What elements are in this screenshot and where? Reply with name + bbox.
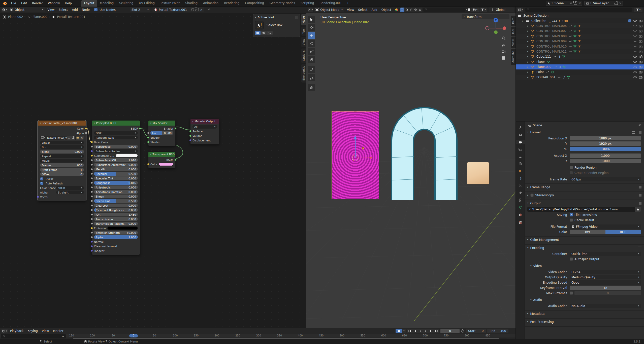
play-button[interactable] [423,329,428,333]
node-param-row[interactable]: Tangent [94,249,138,253]
outliner-row[interactable]: ▸ Collection 112 4 [516,18,644,23]
drag-dots-icon[interactable] [295,16,298,19]
input-socket[interactable] [91,186,93,188]
collapse-icon[interactable]: ▸ [527,313,529,315]
render-disabled-icon[interactable] [639,40,642,43]
close-icon[interactable]: × [619,2,622,5]
input-socket[interactable] [91,209,93,211]
render-region-checkbox[interactable] [570,166,573,169]
node-param-row[interactable]: Surface [192,129,217,133]
node-param-row[interactable]: Start Frame 1 [40,168,84,172]
new-scene-icon[interactable] [574,2,577,5]
expand-arrow-icon[interactable]: ▸ [522,20,525,22]
blender-logo-icon[interactable] [2,1,7,5]
input-socket[interactable] [91,191,93,193]
file-extensions-checkbox[interactable] [570,213,573,216]
use-nodes-checkbox[interactable] [94,8,98,11]
node-param-row[interactable]: Volume [192,134,217,138]
video-subpanel-header[interactable]: ▾Video [525,263,644,269]
tab-tool[interactable] [516,125,525,130]
workspace-tab[interactable]: Texture Paint [157,0,182,7]
node-param-row[interactable]: Anisotropic Rotation 0.000 [94,190,138,194]
outliner-row[interactable]: ▸ PORTAIL.001 [516,75,644,80]
node-param-row[interactable]: Fac 0.500 [150,131,173,135]
outliner-row[interactable]: ▸ CONTROL MAIN.007 [516,28,644,33]
tab-texture[interactable] [516,220,525,224]
node-param-row[interactable]: Subsurface IOR 1.010 [94,158,138,162]
editor-menu-item[interactable]: Keying [26,328,40,333]
tab-particles[interactable] [516,183,525,188]
viewport-search-input[interactable] [423,8,466,12]
node-param-row[interactable]: Displacement [192,138,217,142]
node-param-row[interactable]: Emission [94,226,138,230]
pin-icon[interactable] [569,2,573,5]
frame-range-header[interactable]: ▸Frame Range [525,184,644,190]
node-param-row[interactable]: Roughness 0.816 [94,181,138,185]
render-disabled-icon[interactable] [639,50,642,53]
annotation-bookmark-icon[interactable] [468,8,470,12]
node-header[interactable]: ▾Material Output [190,119,219,124]
editor-menu-item[interactable]: View [45,7,56,12]
max-bframes-checkbox[interactable] [570,291,573,295]
timeline-search-input[interactable]: ↔ [1,334,66,338]
input-socket[interactable] [147,132,149,134]
input-socket[interactable] [91,204,93,207]
expand-arrow-icon[interactable]: ▸ [527,50,530,53]
node-socket-row[interactable]: Color [40,127,84,130]
workspace-tab[interactable]: Rendering.001 [317,0,344,7]
node-param-row[interactable]: Box ▾ [40,145,84,149]
material-id-block[interactable]: Portail Texture.001 × [152,7,204,12]
keyframe-interval-field[interactable]: 18 [570,286,641,290]
tab-material[interactable] [516,213,525,217]
select-mode-subtract-button[interactable] [267,31,273,35]
editor-menu-item[interactable]: View [40,328,51,333]
input-socket[interactable] [91,250,93,252]
viewport-3d[interactable]: ▾ Object Mode ▾ ViewSelectAddObject ▾ ▾ [306,7,516,328]
node-param-row[interactable]: Subsurface Anisotropy 0.000 [94,163,138,167]
workspace-tab[interactable]: Shading [182,0,200,7]
render-disabled-icon[interactable] [639,45,642,48]
outliner-item-name[interactable]: Plane [536,60,545,64]
node-param-row[interactable]: Blend 0.000 [40,150,84,154]
container-dropdown[interactable]: QuickTime▾ [570,252,641,256]
input-socket[interactable] [91,155,93,157]
output-socket[interactable] [85,127,87,130]
eye-closed-icon[interactable] [633,35,637,37]
next-keyframe-button[interactable] [428,329,434,333]
color-swatch[interactable] [107,226,138,230]
node-canvas[interactable]: Plane.002 › Plane.002 › Portail Texture.… [0,13,306,328]
app-menu-item[interactable]: Window [45,1,62,6]
drag-dots-icon[interactable] [639,313,641,315]
output-path-field[interactable]: C:\Users\Delzarr\Desktop\Portal\Sources\… [527,207,641,212]
eye-closed-icon[interactable] [633,50,637,53]
color-swatch[interactable] [159,163,173,166]
input-socket[interactable] [91,236,93,238]
drag-dots-icon[interactable] [639,186,641,188]
stereoscopy-checkbox[interactable] [530,194,534,197]
collapse-icon[interactable]: ▾ [150,153,151,156]
outliner-row[interactable]: ▸ Plane [516,59,644,64]
workspace-tab[interactable]: Scripting [298,0,317,7]
outliner-row[interactable]: ▸ CONTROL MAIN.011 [516,49,644,54]
editor-menu-item[interactable]: Add [369,7,379,12]
hide-eye-icon[interactable] [633,19,637,22]
image-browse-dropdown[interactable]: ▾ [40,136,46,140]
pin-icon[interactable] [207,8,211,11]
eye-closed-icon[interactable] [633,24,637,27]
duplicate-material-icon[interactable] [196,8,199,11]
input-socket[interactable] [91,159,93,161]
add-workspace-button[interactable]: + [344,0,351,6]
node-principled-bsdf[interactable]: ▾Principled BSDF BSDF [92,120,140,255]
node-param-row[interactable]: Sheen Tint 0.500 [94,199,138,203]
cache-result-checkbox[interactable] [570,218,573,222]
editor-menu-item[interactable]: Object [379,7,393,12]
render-visibility-icon[interactable] [639,60,642,63]
node-param-row[interactable]: Alpha Straight ▾ [40,190,84,194]
previous-keyframe-button[interactable] [412,329,418,333]
input-socket[interactable] [91,213,93,216]
node-param-row[interactable]: Transmission 0.000 [94,217,138,221]
node-header[interactable]: ▾Principled BSDF [92,121,140,126]
outliner-item-name[interactable]: CONTROL MAIN.010 [536,45,567,48]
outliner-item-name[interactable]: Scene Collection [523,14,549,17]
drag-dots-icon[interactable] [639,202,641,205]
